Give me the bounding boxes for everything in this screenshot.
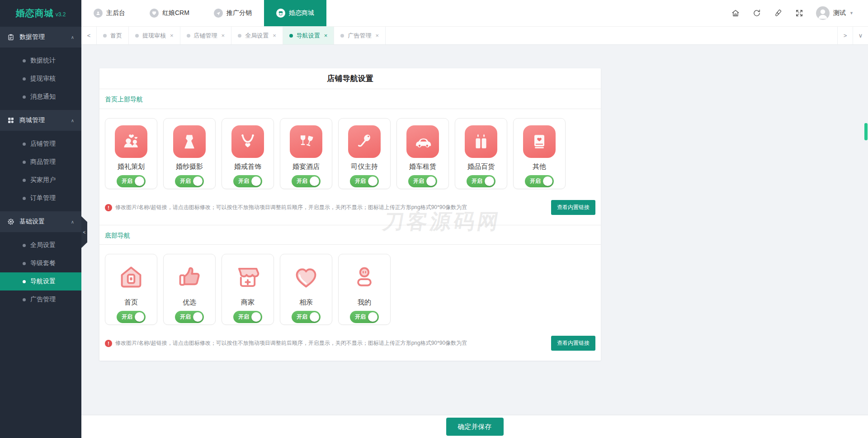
- heart-outline-icon[interactable]: [290, 261, 322, 294]
- wine-glasses-icon[interactable]: [290, 125, 322, 158]
- tabs-scroll-right-button[interactable]: >: [837, 27, 853, 44]
- sidebar-item-ad-manage[interactable]: 广告管理: [0, 290, 81, 309]
- close-tab-icon[interactable]: ×: [324, 32, 328, 39]
- apps-grid-icon: [7, 117, 14, 124]
- nav-card-label: 婚宴酒店: [292, 162, 320, 171]
- candles-icon[interactable]: [465, 125, 497, 158]
- nav-card-toggle[interactable]: 开启: [233, 311, 262, 323]
- toggle-knob: [251, 176, 261, 186]
- tab-nav-settings[interactable]: 导航设置 ×: [283, 27, 335, 44]
- nav-card-toggle[interactable]: 开启: [525, 175, 554, 187]
- nav-card-toggle[interactable]: 开启: [467, 175, 495, 187]
- home-icon[interactable]: [731, 9, 740, 18]
- sidebar-item-global-settings[interactable]: 全局设置: [0, 236, 81, 254]
- nav-card-wedding-goods[interactable]: 婚品百货 开启: [455, 118, 507, 189]
- nav-card-featured[interactable]: 优选 开启: [163, 254, 216, 325]
- storefront-outline-icon[interactable]: [231, 261, 264, 294]
- nav-card-wedding-photo[interactable]: 婚纱摄影 开启: [163, 118, 216, 189]
- nav-card-toggle[interactable]: 开启: [175, 311, 204, 323]
- toggle-knob: [485, 176, 494, 186]
- nav-card-merchants[interactable]: 商家 开启: [222, 254, 274, 325]
- sidebar-item-message-notify[interactable]: 消息通知: [0, 88, 81, 106]
- car-icon[interactable]: [406, 125, 439, 158]
- nav-card-label: 首页: [124, 298, 138, 307]
- topnav-item-mall[interactable]: 婚恋商城: [264, 0, 326, 26]
- bullet-icon: [23, 244, 26, 247]
- scrollbar-thumb[interactable]: [864, 123, 868, 140]
- nav-card-toggle[interactable]: 开启: [117, 175, 146, 187]
- topnav-item-backend[interactable]: 主后台: [81, 0, 137, 26]
- toggle-knob: [251, 312, 261, 322]
- close-tab-icon[interactable]: ×: [170, 32, 174, 39]
- tab-dot-icon: [340, 34, 344, 38]
- nav-card-other[interactable]: 其他 开启: [513, 118, 566, 189]
- tab-shop-manage[interactable]: 店铺管理 ×: [180, 27, 232, 44]
- sidebar-item-withdraw-audit[interactable]: 提现审核: [0, 70, 81, 88]
- tabs-menu-button[interactable]: ∨: [853, 27, 868, 44]
- sidebar-item-level-package[interactable]: 等级套餐: [0, 254, 81, 272]
- tabs-scroll-left-button[interactable]: <: [81, 27, 97, 44]
- nav-card-toggle[interactable]: 开启: [292, 175, 321, 187]
- sidebar-item-shop-manage[interactable]: 店铺管理: [0, 135, 81, 153]
- bullet-icon: [23, 143, 26, 146]
- nav-card-toggle[interactable]: 开启: [408, 175, 437, 187]
- sidebar-item-goods-manage[interactable]: 商品管理: [0, 153, 81, 171]
- sidebar-section-data[interactable]: 数据管理 ∧: [0, 27, 81, 48]
- tab-dot-icon: [289, 34, 293, 38]
- nav-card-toggle[interactable]: 开启: [117, 311, 146, 323]
- nav-card-toggle[interactable]: 开启: [292, 311, 321, 323]
- user-outline-icon[interactable]: [348, 261, 381, 294]
- microphone-icon[interactable]: [348, 125, 381, 158]
- nav-card-label: 婚车租赁: [409, 162, 436, 171]
- close-tab-icon[interactable]: ×: [375, 32, 379, 39]
- sidebar-submenu-data: 数据统计 提现审核 消息通知: [0, 48, 81, 110]
- topnav-item-promotion[interactable]: 推广分销: [202, 0, 264, 26]
- nav-card-toggle[interactable]: 开启: [175, 175, 204, 187]
- refresh-icon[interactable]: [752, 9, 761, 18]
- nav-card-wedding-hotel[interactable]: 婚宴酒店 开启: [280, 118, 332, 189]
- sidebar-section-label: 数据管理: [19, 33, 45, 41]
- couple-icon[interactable]: [115, 125, 147, 158]
- chevron-up-icon: ∧: [71, 118, 74, 123]
- heart-icon: [150, 9, 159, 18]
- nav-card-wedding-ring[interactable]: 婚戒首饰 开启: [222, 118, 274, 189]
- necklace-icon[interactable]: [231, 125, 264, 158]
- user-name: 测试: [833, 9, 846, 17]
- close-tab-icon[interactable]: ×: [222, 32, 225, 39]
- nav-card-emcee[interactable]: 司仪主持 开启: [338, 118, 391, 189]
- tab-ad-manage[interactable]: 广告管理 ×: [334, 27, 386, 44]
- app-logo: 婚恋商城 v3.2: [0, 0, 81, 27]
- view-builtin-links-button[interactable]: 查看内置链接: [551, 336, 595, 351]
- nav-card-mine[interactable]: 我的 开启: [338, 254, 391, 325]
- nav-card-toggle[interactable]: 开启: [350, 175, 379, 187]
- nav-card-toggle[interactable]: 开启: [233, 175, 262, 187]
- sidebar-item-buyer-users[interactable]: 买家用户: [0, 171, 81, 189]
- sidebar-item-nav-settings[interactable]: 导航设置: [0, 272, 81, 290]
- tab-home[interactable]: 首页: [97, 27, 129, 44]
- view-builtin-links-button[interactable]: 查看内置链接: [551, 200, 595, 215]
- nav-card-wedding-planning[interactable]: 婚礼策划 开启: [105, 118, 157, 189]
- sidebar-section-settings[interactable]: 基础设置 ∧: [0, 211, 81, 232]
- sidebar-section-label: 基础设置: [19, 218, 45, 226]
- home-outline-icon[interactable]: [115, 261, 147, 294]
- thumb-up-icon[interactable]: [173, 261, 206, 294]
- book-heart-icon[interactable]: [523, 125, 556, 158]
- nav-card-home[interactable]: 首页 开启: [105, 254, 157, 325]
- clear-brush-icon[interactable]: [774, 9, 783, 18]
- save-button[interactable]: 确定并保存: [446, 418, 504, 436]
- toggle-knob: [135, 176, 144, 186]
- user-menu[interactable]: 测试 ▼: [816, 6, 854, 20]
- tab-withdraw-audit[interactable]: 提现审核 ×: [129, 27, 180, 44]
- sidebar-item-order-manage[interactable]: 订单管理: [0, 189, 81, 207]
- nav-card-toggle[interactable]: 开启: [350, 311, 379, 323]
- tabbar-right-controls: > ∨: [837, 27, 868, 44]
- topnav-item-crm[interactable]: 红娘CRM: [137, 0, 202, 26]
- sidebar-section-mall[interactable]: 商城管理 ∧: [0, 110, 81, 131]
- tab-global-settings[interactable]: 全局设置 ×: [231, 27, 283, 44]
- close-tab-icon[interactable]: ×: [273, 32, 276, 39]
- nav-card-matchmaking[interactable]: 相亲 开启: [280, 254, 332, 325]
- fullscreen-icon[interactable]: [795, 9, 804, 18]
- sidebar-item-data-stats[interactable]: 数据统计: [0, 52, 81, 70]
- nav-card-wedding-car[interactable]: 婚车租赁 开启: [396, 118, 449, 189]
- dress-icon[interactable]: [173, 125, 206, 158]
